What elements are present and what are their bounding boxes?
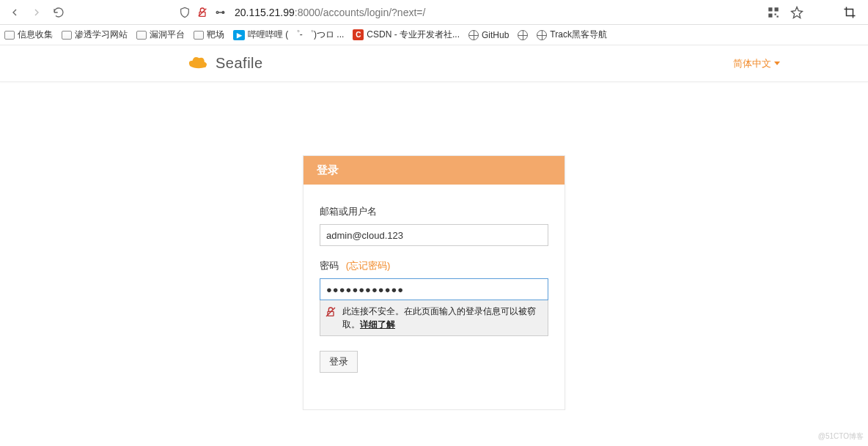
- username-label: 邮箱或用户名: [320, 205, 548, 218]
- bookmark-folder[interactable]: 靶场: [194, 29, 224, 41]
- language-switcher[interactable]: 简体中文: [733, 57, 780, 70]
- bookmark-globe-empty[interactable]: [518, 30, 528, 40]
- forgot-password-link[interactable]: (忘记密码): [346, 260, 391, 271]
- bookmark-folder[interactable]: 漏洞平台: [136, 29, 185, 41]
- bookmark-track[interactable]: Track黑客导航: [537, 29, 607, 41]
- lock-warning-icon: [325, 306, 336, 318]
- password-input[interactable]: [320, 278, 548, 300]
- login-panel: 登录 邮箱或用户名 密码 (忘记密码) 此连接不安全。在此页面输入的登录信息可以…: [303, 155, 565, 410]
- bookmark-folder[interactable]: 渗透学习网站: [62, 29, 128, 41]
- bookmark-label: 漏洞平台: [150, 29, 185, 41]
- folder-icon: [194, 31, 204, 40]
- svg-point-7: [191, 62, 194, 66]
- bilibili-icon: ▶: [233, 30, 245, 40]
- svg-rect-2: [768, 7, 772, 11]
- csdn-icon: C: [353, 29, 364, 40]
- globe-icon: [537, 30, 547, 40]
- insecure-connection-warning: 此连接不安全。在此页面输入的登录信息可以被窃取。详细了解: [320, 300, 548, 336]
- bookmark-bilibili[interactable]: ▶哔哩哔哩 ( ゜- ゜)つロ ...: [233, 29, 344, 41]
- brand-logo[interactable]: Seafile: [183, 53, 263, 75]
- svg-rect-5: [775, 13, 776, 15]
- bookmark-label: 靶场: [207, 29, 224, 41]
- learn-more-link[interactable]: 详细了解: [360, 319, 395, 330]
- chevron-down-icon: [774, 62, 780, 65]
- password-label-row: 密码 (忘记密码): [320, 259, 548, 272]
- globe-icon: [518, 30, 528, 40]
- page-header: Seafile 简体中文: [0, 45, 868, 82]
- shield-icon[interactable]: [179, 7, 191, 18]
- bookmark-folder[interactable]: 信息收集: [4, 29, 53, 41]
- key-icon[interactable]: ⊶: [214, 7, 226, 18]
- address-bar[interactable]: 20.115.21.99:8000/accounts/login/?next=/: [235, 2, 762, 23]
- panel-title: 登录: [304, 156, 564, 185]
- bookmarks-bar: 信息收集 渗透学习网站 漏洞平台 靶场 ▶哔哩哔哩 ( ゜- ゜)つロ ... …: [0, 25, 868, 45]
- bookmark-label: CSDN - 专业开发者社...: [367, 29, 460, 41]
- brand-text: Seafile: [216, 55, 263, 72]
- svg-rect-4: [768, 13, 772, 17]
- folder-icon: [136, 31, 147, 40]
- folder-icon: [4, 31, 15, 40]
- bookmark-label: 哔哩哔哩 ( ゜- ゜)つロ ...: [248, 29, 344, 41]
- qr-icon[interactable]: [767, 6, 780, 19]
- seafile-logo-icon: [183, 53, 210, 75]
- svg-rect-3: [775, 7, 779, 11]
- bookmark-label: 信息收集: [18, 29, 53, 41]
- globe-icon: [468, 30, 479, 40]
- login-submit-button[interactable]: 登录: [320, 351, 358, 373]
- bookmark-label: 渗透学习网站: [75, 29, 128, 41]
- star-icon[interactable]: [790, 6, 803, 19]
- username-input[interactable]: [320, 224, 548, 246]
- bookmark-label: GitHub: [482, 30, 509, 40]
- bookmark-csdn[interactable]: CCSDN - 专业开发者社...: [353, 29, 460, 41]
- password-label: 密码: [320, 260, 339, 271]
- address-bar-icons: ⊶: [179, 7, 226, 18]
- folder-icon: [62, 31, 72, 40]
- url-host: 20.115.21.99: [235, 7, 295, 18]
- url-path: :8000/accounts/login/?next=/: [295, 7, 426, 18]
- crop-icon[interactable]: [843, 6, 856, 19]
- language-label: 简体中文: [733, 57, 771, 70]
- lock-insecure-icon[interactable]: [196, 7, 208, 18]
- reload-button[interactable]: [50, 4, 67, 21]
- forward-button[interactable]: [28, 4, 45, 21]
- browser-nav-bar: ⊶ 20.115.21.99:8000/accounts/login/?next…: [0, 0, 868, 25]
- svg-rect-6: [777, 15, 779, 17]
- login-container: 登录 邮箱或用户名 密码 (忘记密码) 此连接不安全。在此页面输入的登录信息可以…: [0, 82, 868, 410]
- bookmark-github[interactable]: GitHub: [468, 30, 509, 40]
- back-button[interactable]: [6, 4, 23, 21]
- bookmark-label: Track黑客导航: [550, 29, 607, 41]
